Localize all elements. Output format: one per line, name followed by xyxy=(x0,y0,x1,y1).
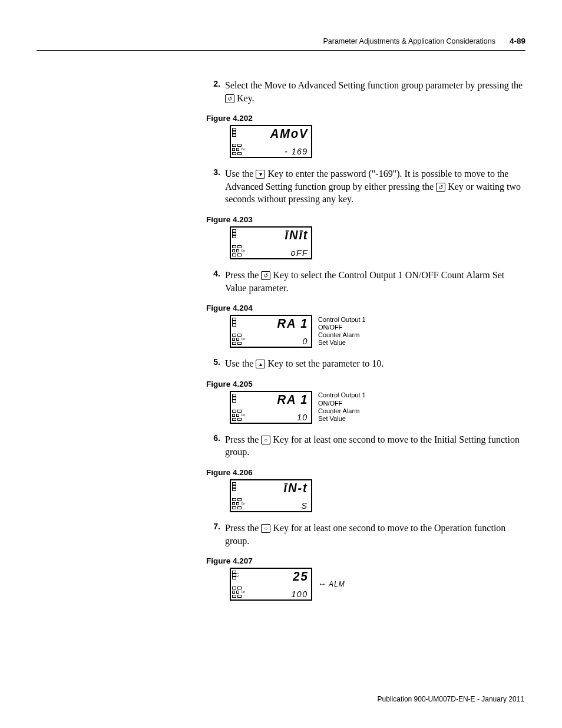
page-number: 4-89 xyxy=(510,37,525,45)
step-number: 3. xyxy=(206,167,220,177)
lcd-top: īNīt xyxy=(285,229,308,242)
up-key-icon: ▴ xyxy=(256,360,265,368)
lcd-top: īN-t xyxy=(284,482,308,495)
step-number: 4. xyxy=(206,269,220,278)
down-key-icon: ▾ xyxy=(256,170,265,179)
loop-key-icon: ↺ xyxy=(225,94,234,103)
lcd-top: AMoV xyxy=(270,127,308,140)
circle-key-icon: ○ xyxy=(261,524,270,533)
lcd-bottom: oFF xyxy=(290,248,308,257)
figure-label: Figure 4.204 xyxy=(206,304,524,312)
loop-key-icon: ↺ xyxy=(261,271,270,280)
lcd-top: 25 xyxy=(293,570,308,583)
step-number: 2. xyxy=(206,79,220,88)
lcd-display: °C On 25 100 xyxy=(230,568,312,601)
lcd-top: RA 1 xyxy=(277,317,308,330)
step-text: Use the ▾ Key to enter the password ("-1… xyxy=(225,167,524,206)
step-number: 7. xyxy=(206,522,220,531)
lcd-bottom: 10 xyxy=(297,413,308,421)
figure-label: Figure 4.205 xyxy=(206,380,524,388)
step-text: Press the ○ Key for at least one second … xyxy=(225,433,524,459)
lcd-display: On RA 1 0 xyxy=(230,315,312,348)
figure-label: Figure 4.207 xyxy=(206,556,524,565)
double-arrow-icon: ↔ xyxy=(318,579,326,589)
step-text: Press the ○ Key for at least one second … xyxy=(225,522,524,547)
step-text: Use the ▴ Key to set the parameter to 10… xyxy=(225,357,524,370)
lcd-display: On AMoV - 169 xyxy=(230,125,312,158)
figure-label: Figure 4.203 xyxy=(206,215,524,224)
lcd-bottom: 100 xyxy=(292,589,308,598)
footer-publication: Publication 900-UM007D-EN-E - January 20… xyxy=(378,695,524,703)
step-number: 6. xyxy=(206,433,220,443)
figure-label: Figure 4.206 xyxy=(206,468,524,477)
step-text: Press the ↺ Key to select the Control Ou… xyxy=(225,269,524,294)
page-header: Parameter Adjustments & Application Cons… xyxy=(37,37,525,51)
loop-key-icon: ↺ xyxy=(436,183,445,192)
lcd-display: On RA 1 10 xyxy=(230,391,312,424)
lcd-display: On īN-t S xyxy=(230,479,312,512)
unit-celsius: °C xyxy=(233,572,239,578)
alm-indicator: ↔ ALM xyxy=(318,579,345,589)
lcd-bottom: 0 xyxy=(303,337,308,345)
figure-label: Figure 4.202 xyxy=(206,114,524,123)
page: Parameter Adjustments & Application Cons… xyxy=(0,0,562,728)
lcd-bottom: S xyxy=(302,501,308,510)
lcd-caption: Control Output 1 ON/OFF Counter Alarm Se… xyxy=(318,391,366,423)
lcd-caption: Control Output 1 ON/OFF Counter Alarm Se… xyxy=(318,316,366,347)
step-number: 5. xyxy=(206,357,220,367)
content: 2. Select the Move to Advanced Setting f… xyxy=(206,79,524,601)
lcd-display: On īNīt oFF xyxy=(230,226,312,259)
lcd-top: RA 1 xyxy=(277,393,308,406)
circle-key-icon: ○ xyxy=(261,436,270,444)
header-title: Parameter Adjustments & Application Cons… xyxy=(323,37,495,45)
lcd-bottom: - 169 xyxy=(285,147,308,156)
step-text: Select the Move to Advanced Setting func… xyxy=(225,79,524,104)
